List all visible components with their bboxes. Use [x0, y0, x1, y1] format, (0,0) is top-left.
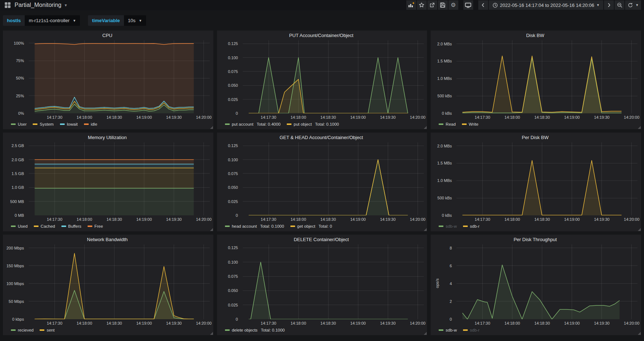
y-tick-label: 0 kBs — [442, 111, 452, 115]
variable-hostis[interactable]: hostIs m-r1z1s1-controller▼ — [3, 15, 80, 26]
y-tick-label: 25% — [16, 94, 24, 98]
y-tick-label: 500 MB — [10, 199, 24, 204]
panel-title[interactable]: DELETE Container/Object — [219, 235, 424, 244]
legend-item[interactable]: Write — [462, 122, 479, 126]
navbar-actions: ⚙ 2022-05-16 14:17:04 to 2022-05-16 14:2… — [406, 0, 641, 10]
panel-delete-container-object: DELETE Container/Object 00.0250.0500.075… — [217, 235, 427, 335]
legend-item[interactable]: Cached — [34, 224, 55, 228]
variable-label: timeVariable — [88, 15, 124, 26]
panel-title[interactable]: CPU — [5, 31, 210, 40]
x-axis: 14:17:3014:18:0014:18:3014:19:0014:19:30… — [29, 319, 210, 326]
panel-title[interactable]: Per Disk Throughput — [433, 235, 637, 244]
y-tick-label: 1.0 MBs — [437, 178, 452, 183]
chart-canvas[interactable] — [456, 142, 637, 215]
dashboard-title[interactable]: Partial_Monitoring ▼ — [15, 2, 68, 8]
panel-title[interactable]: Disk BW — [433, 31, 637, 40]
plot-area[interactable] — [243, 40, 424, 113]
legend-item[interactable]: sdb-r — [463, 328, 479, 332]
panel-per-disk-throughput: Per Disk Throughput ops/s 02468 14:17:30… — [431, 235, 641, 335]
legend-item[interactable]: delete objectsTotal: 0.1000 — [225, 328, 285, 332]
panel-title[interactable]: PUT Account/Container/Object — [219, 31, 424, 40]
x-tick-label: 14:20:00 — [196, 115, 212, 119]
plot-area[interactable] — [29, 142, 210, 215]
legend-item[interactable]: put objectTotal: 0.1000 — [287, 122, 339, 126]
panel-title[interactable]: Network Bandwidth — [5, 235, 210, 244]
refresh-button[interactable]: ▼ — [625, 0, 641, 10]
legend-swatch — [225, 226, 230, 227]
legend-item[interactable]: Used — [11, 224, 28, 228]
panel-resize-handle[interactable] — [424, 126, 427, 129]
star-dashboard-button[interactable] — [417, 0, 427, 10]
x-tick-label: 14:19:00 — [136, 321, 152, 325]
panel-title[interactable]: GET & HEAD Account/Container/Object — [219, 133, 424, 142]
legend-item[interactable]: Free — [88, 224, 103, 228]
legend-item[interactable]: head accountTotal: 0.1000 — [225, 224, 284, 228]
chart-canvas[interactable] — [29, 40, 210, 113]
plot-area[interactable] — [29, 40, 210, 113]
settings-button[interactable]: ⚙ — [448, 0, 458, 10]
variable-timevariable[interactable]: timeVariable 10s▼ — [88, 15, 146, 26]
time-back-button[interactable] — [478, 0, 488, 10]
share-dashboard-button[interactable] — [427, 0, 437, 10]
legend: head accountTotal: 0.1000get objectTotal… — [219, 222, 424, 230]
grafana-menu-icon[interactable] — [4, 2, 11, 8]
legend-item[interactable]: sdb-w — [439, 328, 457, 332]
chart-canvas[interactable] — [456, 40, 637, 113]
plot-area[interactable] — [243, 244, 424, 319]
y-axis: 0 MB500 MB1.0 GB1.5 GB2.0 GB2.5 GB — [5, 142, 26, 215]
x-tick-label: 14:19:30 — [166, 321, 182, 325]
plot-area[interactable] — [29, 244, 210, 319]
panel-title[interactable]: Memory Utilization — [5, 133, 210, 142]
plot-area[interactable] — [243, 142, 424, 215]
chart-canvas[interactable] — [29, 244, 210, 319]
y-tick-label: 100 Mbps — [7, 281, 24, 286]
plot-area[interactable] — [456, 244, 637, 319]
x-axis: 14:17:3014:18:0014:18:3014:19:0014:19:30… — [456, 319, 637, 326]
panel-resize-handle[interactable] — [424, 332, 427, 335]
legend-item[interactable]: User — [11, 122, 27, 126]
template-variables-bar: hostIs m-r1z1s1-controller▼ timeVariable… — [0, 10, 644, 29]
y-tick-label: 0.050 — [228, 288, 238, 293]
dashboard-grid: CPU 0%25%50%75%100% 14:17:3014:18:0014:1… — [0, 29, 644, 341]
time-forward-button[interactable] — [604, 0, 614, 10]
panel-resize-handle[interactable] — [638, 126, 641, 129]
legend-item[interactable]: get objectTotal: 0 — [290, 224, 332, 228]
legend: sdb-wsdb-r — [433, 222, 637, 230]
chart-canvas[interactable] — [243, 142, 424, 215]
x-tick-label: 14:18:00 — [504, 115, 520, 119]
legend-item[interactable]: Iowait — [60, 122, 78, 126]
panel-disk-bw: Disk BW 0 kBs500 kBs1.0 MBs1.5 MBs2.0 MB… — [431, 31, 641, 129]
legend: UsedCachedBuffersFree — [5, 222, 210, 230]
panel-resize-handle[interactable] — [424, 228, 427, 231]
panel-resize-handle[interactable] — [638, 228, 641, 231]
legend-item[interactable]: recieved — [11, 328, 33, 332]
panel-resize-handle[interactable] — [638, 332, 641, 335]
chart-canvas[interactable] — [29, 142, 210, 215]
legend-item[interactable]: sdb-r — [463, 224, 479, 228]
refresh-interval-dropdown[interactable]: ▼ — [636, 3, 639, 7]
chart-canvas[interactable] — [243, 40, 424, 113]
legend-item[interactable]: idle — [84, 122, 97, 126]
add-panel-button[interactable] — [406, 0, 416, 10]
x-tick-label: 14:17:30 — [47, 217, 63, 222]
plot-area[interactable] — [456, 40, 637, 113]
chevron-down-icon: ▼ — [596, 3, 600, 7]
legend-item[interactable]: Read — [439, 122, 456, 126]
x-tick-label: 14:19:00 — [350, 115, 366, 119]
save-dashboard-button[interactable] — [438, 0, 448, 10]
legend-item[interactable]: put accountTotal: 0.4000 — [225, 122, 281, 126]
chart-canvas[interactable] — [243, 244, 424, 319]
plot-area[interactable] — [456, 142, 637, 215]
panel-title[interactable]: Per Disk BW — [433, 133, 637, 142]
zoom-out-button[interactable] — [615, 0, 624, 10]
panel-resize-handle[interactable] — [210, 228, 213, 231]
chart-canvas[interactable] — [456, 244, 637, 319]
legend-item[interactable]: sdb-w — [439, 224, 457, 228]
cycle-view-button[interactable] — [463, 0, 473, 10]
panel-resize-handle[interactable] — [210, 332, 213, 335]
legend-item[interactable]: Buffers — [61, 224, 81, 228]
legend-item[interactable]: System — [33, 122, 53, 126]
panel-resize-handle[interactable] — [210, 126, 213, 129]
time-range-picker[interactable]: 2022-05-16 14:17:04 to 2022-05-16 14:20:… — [489, 0, 603, 10]
legend-item[interactable]: sent — [40, 328, 55, 332]
